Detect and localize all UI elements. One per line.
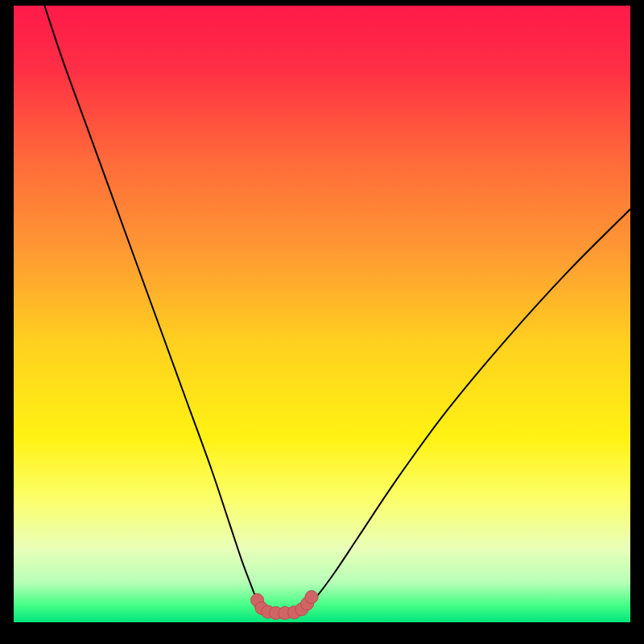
chart-frame: TheBottleneck.com <box>0 0 644 644</box>
valley-marker <box>305 591 318 604</box>
chart-plot-area <box>14 6 630 622</box>
chart-background <box>14 6 630 622</box>
chart-svg <box>14 6 630 622</box>
